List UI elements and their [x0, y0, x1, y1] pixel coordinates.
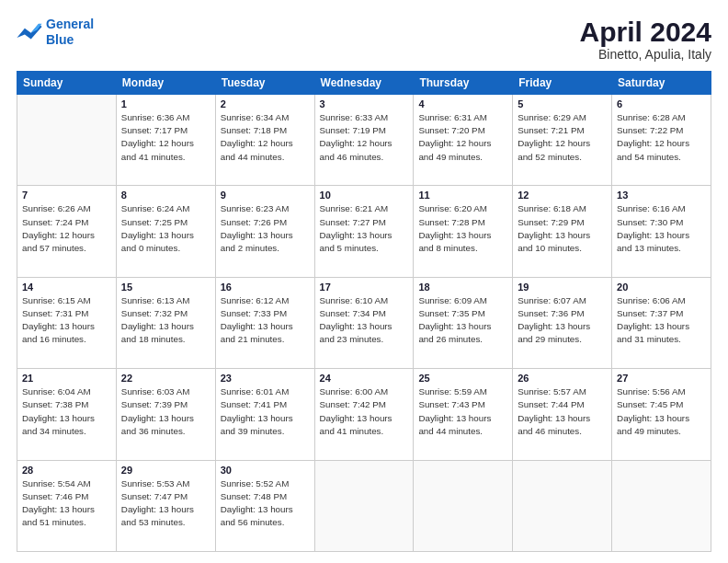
day-info: Sunrise: 6:12 AM Sunset: 7:33 PM Dayligh…: [221, 294, 310, 347]
day-info: Sunrise: 5:54 AM Sunset: 7:46 PM Dayligh…: [22, 477, 111, 530]
calendar-day-5: 5Sunrise: 6:29 AM Sunset: 7:21 PM Daylig…: [513, 95, 612, 186]
day-number: 6: [617, 98, 706, 109]
calendar-empty: [513, 460, 612, 551]
day-info: Sunrise: 6:04 AM Sunset: 7:38 PM Dayligh…: [22, 385, 111, 438]
calendar-day-6: 6Sunrise: 6:28 AM Sunset: 7:22 PM Daylig…: [612, 95, 711, 186]
day-info: Sunrise: 6:26 AM Sunset: 7:24 PM Dayligh…: [22, 202, 111, 255]
day-number: 28: [22, 465, 111, 476]
calendar-day-11: 11Sunrise: 6:20 AM Sunset: 7:28 PM Dayli…: [414, 186, 513, 277]
day-number: 27: [617, 373, 706, 384]
calendar-day-15: 15Sunrise: 6:13 AM Sunset: 7:32 PM Dayli…: [116, 277, 215, 368]
day-info: Sunrise: 6:15 AM Sunset: 7:31 PM Dayligh…: [22, 294, 111, 347]
day-number: 18: [418, 282, 507, 293]
day-number: 19: [518, 282, 607, 293]
calendar-day-18: 18Sunrise: 6:09 AM Sunset: 7:35 PM Dayli…: [414, 277, 513, 368]
day-info: Sunrise: 6:01 AM Sunset: 7:41 PM Dayligh…: [221, 385, 310, 438]
calendar-week-row: 7Sunrise: 6:26 AM Sunset: 7:24 PM Daylig…: [17, 186, 711, 277]
weekday-header-wednesday: Wednesday: [314, 72, 414, 95]
calendar-day-3: 3Sunrise: 6:33 AM Sunset: 7:19 PM Daylig…: [314, 95, 414, 186]
calendar-day-24: 24Sunrise: 6:00 AM Sunset: 7:42 PM Dayli…: [314, 369, 414, 460]
day-number: 14: [22, 282, 111, 293]
logo-icon: [17, 22, 42, 42]
calendar-week-row: 21Sunrise: 6:04 AM Sunset: 7:38 PM Dayli…: [17, 369, 711, 460]
calendar-day-26: 26Sunrise: 5:57 AM Sunset: 7:44 PM Dayli…: [513, 369, 612, 460]
calendar-day-25: 25Sunrise: 5:59 AM Sunset: 7:43 PM Dayli…: [414, 369, 513, 460]
day-number: 13: [617, 190, 706, 201]
calendar-day-28: 28Sunrise: 5:54 AM Sunset: 7:46 PM Dayli…: [17, 460, 117, 551]
day-number: 5: [518, 98, 607, 109]
day-info: Sunrise: 6:20 AM Sunset: 7:28 PM Dayligh…: [418, 202, 507, 255]
weekday-header-saturday: Saturday: [612, 72, 711, 95]
day-info: Sunrise: 5:59 AM Sunset: 7:43 PM Dayligh…: [418, 385, 507, 438]
calendar-day-17: 17Sunrise: 6:10 AM Sunset: 7:34 PM Dayli…: [314, 277, 414, 368]
day-info: Sunrise: 5:56 AM Sunset: 7:45 PM Dayligh…: [617, 385, 706, 438]
calendar-week-row: 14Sunrise: 6:15 AM Sunset: 7:31 PM Dayli…: [17, 277, 711, 368]
day-number: 20: [617, 282, 706, 293]
logo-text: General Blue: [46, 17, 94, 48]
day-number: 17: [320, 282, 409, 293]
calendar-day-1: 1Sunrise: 6:36 AM Sunset: 7:17 PM Daylig…: [116, 95, 215, 186]
day-number: 1: [121, 98, 210, 109]
weekday-header-friday: Friday: [513, 72, 612, 95]
day-number: 4: [418, 98, 507, 109]
day-info: Sunrise: 6:10 AM Sunset: 7:34 PM Dayligh…: [320, 294, 409, 347]
day-info: Sunrise: 5:52 AM Sunset: 7:48 PM Dayligh…: [221, 477, 310, 530]
calendar-day-10: 10Sunrise: 6:21 AM Sunset: 7:27 PM Dayli…: [314, 186, 414, 277]
calendar-empty: [17, 95, 117, 186]
calendar-empty: [612, 460, 711, 551]
day-number: 12: [518, 190, 607, 201]
day-info: Sunrise: 6:16 AM Sunset: 7:30 PM Dayligh…: [617, 202, 706, 255]
day-info: Sunrise: 6:00 AM Sunset: 7:42 PM Dayligh…: [320, 385, 409, 438]
calendar-day-22: 22Sunrise: 6:03 AM Sunset: 7:39 PM Dayli…: [116, 369, 215, 460]
calendar-day-27: 27Sunrise: 5:56 AM Sunset: 7:45 PM Dayli…: [612, 369, 711, 460]
calendar-day-30: 30Sunrise: 5:52 AM Sunset: 7:48 PM Dayli…: [215, 460, 314, 551]
day-info: Sunrise: 6:36 AM Sunset: 7:17 PM Dayligh…: [121, 111, 210, 164]
calendar-week-row: 28Sunrise: 5:54 AM Sunset: 7:46 PM Dayli…: [17, 460, 711, 551]
day-info: Sunrise: 6:09 AM Sunset: 7:35 PM Dayligh…: [418, 294, 507, 347]
day-number: 24: [320, 373, 409, 384]
day-info: Sunrise: 6:06 AM Sunset: 7:37 PM Dayligh…: [617, 294, 706, 347]
calendar-day-14: 14Sunrise: 6:15 AM Sunset: 7:31 PM Dayli…: [17, 277, 117, 368]
day-info: Sunrise: 6:29 AM Sunset: 7:21 PM Dayligh…: [518, 111, 607, 164]
calendar-day-16: 16Sunrise: 6:12 AM Sunset: 7:33 PM Dayli…: [215, 277, 314, 368]
day-info: Sunrise: 6:31 AM Sunset: 7:20 PM Dayligh…: [418, 111, 507, 164]
calendar-day-20: 20Sunrise: 6:06 AM Sunset: 7:37 PM Dayli…: [612, 277, 711, 368]
logo: General Blue: [17, 17, 94, 48]
day-number: 2: [221, 98, 310, 109]
day-number: 23: [221, 373, 310, 384]
calendar-week-row: 1Sunrise: 6:36 AM Sunset: 7:17 PM Daylig…: [17, 95, 711, 186]
calendar-day-29: 29Sunrise: 5:53 AM Sunset: 7:47 PM Dayli…: [116, 460, 215, 551]
day-number: 21: [22, 373, 111, 384]
day-number: 30: [221, 465, 310, 476]
calendar-day-19: 19Sunrise: 6:07 AM Sunset: 7:36 PM Dayli…: [513, 277, 612, 368]
page: General Blue April 2024 Binetto, Apulia,…: [0, 0, 728, 563]
day-number: 16: [221, 282, 310, 293]
weekday-header-sunday: Sunday: [17, 72, 117, 95]
logo-line2: Blue: [46, 32, 74, 47]
day-number: 11: [418, 190, 507, 201]
calendar-day-13: 13Sunrise: 6:16 AM Sunset: 7:30 PM Dayli…: [612, 186, 711, 277]
calendar-empty: [414, 460, 513, 551]
title-block: April 2024 Binetto, Apulia, Italy: [580, 17, 711, 62]
calendar-day-9: 9Sunrise: 6:23 AM Sunset: 7:26 PM Daylig…: [215, 186, 314, 277]
day-number: 3: [320, 98, 409, 109]
day-number: 8: [121, 190, 210, 201]
calendar-day-21: 21Sunrise: 6:04 AM Sunset: 7:38 PM Dayli…: [17, 369, 117, 460]
day-info: Sunrise: 6:34 AM Sunset: 7:18 PM Dayligh…: [221, 111, 310, 164]
calendar-day-7: 7Sunrise: 6:26 AM Sunset: 7:24 PM Daylig…: [17, 186, 117, 277]
day-info: Sunrise: 5:57 AM Sunset: 7:44 PM Dayligh…: [518, 385, 607, 438]
calendar-day-8: 8Sunrise: 6:24 AM Sunset: 7:25 PM Daylig…: [116, 186, 215, 277]
day-info: Sunrise: 6:28 AM Sunset: 7:22 PM Dayligh…: [617, 111, 706, 164]
weekday-header-tuesday: Tuesday: [215, 72, 314, 95]
calendar-day-12: 12Sunrise: 6:18 AM Sunset: 7:29 PM Dayli…: [513, 186, 612, 277]
day-number: 26: [518, 373, 607, 384]
header: General Blue April 2024 Binetto, Apulia,…: [17, 17, 711, 62]
weekday-header-row: SundayMondayTuesdayWednesdayThursdayFrid…: [17, 72, 711, 95]
day-info: Sunrise: 6:03 AM Sunset: 7:39 PM Dayligh…: [121, 385, 210, 438]
subtitle: Binetto, Apulia, Italy: [580, 47, 711, 62]
day-info: Sunrise: 6:24 AM Sunset: 7:25 PM Dayligh…: [121, 202, 210, 255]
day-number: 22: [121, 373, 210, 384]
weekday-header-thursday: Thursday: [414, 72, 513, 95]
logo-line1: General: [46, 17, 94, 31]
weekday-header-monday: Monday: [116, 72, 215, 95]
